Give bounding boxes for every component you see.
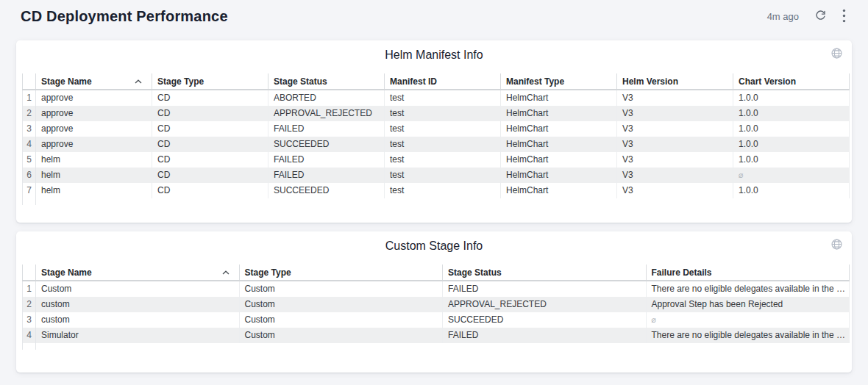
table-cell: HelmChart (501, 152, 617, 168)
column-header-chart-version[interactable]: Chart Version (733, 73, 850, 89)
dashboard-menu-button[interactable] (842, 10, 846, 24)
table-cell: ABORTED (268, 90, 385, 106)
table-cell: 1.0.0 (733, 90, 850, 106)
table-cell: FAILED (268, 152, 385, 168)
table-row: 3approveCDFAILEDtestHelmChartV31.0.0 (22, 121, 850, 137)
column-header-stage-type[interactable]: Stage Type (152, 73, 268, 89)
table-cell: ⌀ (733, 168, 850, 183)
column-header-stage-name[interactable]: Stage Name (36, 73, 152, 89)
table-row: 7helmCDSUCCEEDEDtestHelmChartV31.0.0 (22, 183, 850, 198)
table-cell: 1.0.0 (733, 121, 850, 137)
table-row: 5helmCDFAILEDtestHelmChartV31.0.0 (22, 152, 850, 168)
column-header-stage-status[interactable]: Stage Status (268, 73, 385, 89)
panel-header: Helm Manifest Info (16, 40, 852, 70)
row-number: 2 (22, 297, 36, 312)
table-row: 2customCustomAPPROVAL_REJECTEDApproval S… (22, 297, 850, 312)
row-number-header (22, 73, 36, 89)
table-row: 1CustomCustomFAILEDThere are no eligible… (22, 281, 850, 297)
table-cell: CD (152, 152, 268, 168)
table-row: 1approveCDABORTEDtestHelmChartV31.0.0 (22, 90, 850, 106)
column-header-label: Chart Version (739, 74, 796, 89)
row-number: 6 (22, 168, 36, 183)
table-row: 4approveCDSUCCEEDEDtestHelmChartV31.0.0 (22, 137, 850, 152)
dashboard-header: CD Deployment Performance 4m ago (0, 0, 868, 26)
column-header-label: Failure Details (652, 265, 712, 280)
row-number: 4 (22, 328, 36, 343)
table-header-row: Stage NameStage TypeStage StatusFailure … (22, 265, 850, 281)
table-cell: Approval Step has been Rejected (647, 297, 850, 312)
table-cell: SUCCEEDED (268, 183, 385, 198)
table-cell: SUCCEEDED (443, 312, 647, 328)
table-cell: V3 (617, 152, 733, 168)
column-header-failure-details[interactable]: Failure Details (647, 265, 850, 280)
table-cell: V3 (617, 183, 733, 198)
row-number: 7 (22, 183, 36, 198)
column-header-manifest-type[interactable]: Manifest Type (501, 73, 617, 89)
globe-timezone-icon[interactable] (830, 238, 843, 251)
column-header-label: Helm Version (622, 74, 678, 89)
table-cell: helm (36, 152, 152, 168)
table-cell: helm (36, 183, 152, 198)
table-tail (22, 343, 36, 350)
dashboard-page: CD Deployment Performance 4m ago (0, 0, 868, 26)
row-number: 2 (22, 106, 36, 121)
column-header-manifest-id[interactable]: Manifest ID (385, 73, 501, 89)
table-cell: FAILED (268, 121, 385, 137)
table-cell: HelmChart (501, 106, 617, 121)
column-header-label: Manifest Type (506, 74, 564, 89)
table-row: 6helmCDFAILEDtestHelmChartV3⌀ (22, 168, 850, 183)
table-cell: Simulator (36, 328, 240, 343)
table-cell: test (385, 90, 501, 106)
row-number: 1 (22, 90, 36, 106)
table-cell: CD (152, 183, 268, 198)
table-cell: V3 (617, 168, 733, 183)
row-number: 1 (22, 281, 36, 297)
table-cell: 1.0.0 (733, 137, 850, 152)
table-cell: V3 (617, 137, 733, 152)
column-header-stage-status[interactable]: Stage Status (443, 265, 647, 280)
column-header-stage-name[interactable]: Stage Name (36, 265, 240, 280)
table-cell: CD (152, 121, 268, 137)
table-cell: approve (36, 121, 152, 137)
table-cell: test (385, 152, 501, 168)
table-cell: HelmChart (501, 183, 617, 198)
globe-timezone-icon[interactable] (830, 47, 843, 60)
table-cell: approve (36, 90, 152, 106)
refresh-button[interactable] (814, 10, 827, 24)
table-cell: HelmChart (501, 168, 617, 183)
column-header-label: Stage Type (245, 265, 291, 280)
last-refresh-label: 4m ago (767, 11, 799, 22)
table-cell: V3 (617, 106, 733, 121)
table-cell: FAILED (268, 168, 385, 183)
column-header-helm-version[interactable]: Helm Version (617, 73, 733, 89)
table-cell: SUCCEEDED (268, 137, 385, 152)
table-cell: Custom (36, 281, 240, 297)
table-cell: There are no eligible delegates availabl… (647, 328, 850, 343)
column-header-label: Stage Status (274, 74, 327, 89)
column-header-label: Manifest ID (390, 74, 437, 89)
panel-header: Custom Stage Info (16, 231, 852, 261)
table-cell: custom (36, 312, 240, 328)
table-cell: HelmChart (501, 121, 617, 137)
table-cell: Custom (240, 328, 444, 343)
row-number-header (22, 265, 36, 280)
table-cell: HelmChart (501, 137, 617, 152)
table-cell: ⌀ (647, 312, 850, 328)
panel-custom-stage-info: Custom Stage Info Stage NameStage TypeSt… (16, 231, 852, 373)
table-cell: 1.0.0 (733, 183, 850, 198)
row-number: 3 (22, 312, 36, 328)
table-cell: CD (152, 106, 268, 121)
refresh-icon (814, 10, 827, 24)
table-cell: test (385, 168, 501, 183)
dashboard-controls: 4m ago (767, 10, 846, 24)
column-header-label: Stage Type (157, 74, 204, 89)
table-cell: test (385, 137, 501, 152)
column-header-stage-type[interactable]: Stage Type (240, 265, 444, 280)
table-cell: 1.0.0 (733, 152, 850, 168)
column-header-label: Stage Status (448, 265, 502, 280)
row-number: 4 (22, 137, 36, 152)
table-cell: FAILED (443, 281, 647, 297)
table-cell: test (385, 121, 501, 137)
table-cell: helm (36, 168, 152, 183)
table-cell: Custom (240, 297, 444, 312)
